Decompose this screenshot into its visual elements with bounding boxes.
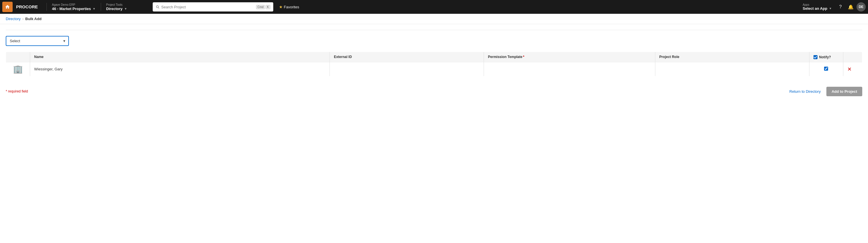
remove-row-button[interactable]: ✕ bbox=[847, 66, 851, 72]
bulk-add-table: Name External ID Permission Template* Pr… bbox=[6, 52, 862, 77]
person-name: Wiessinger, Gary bbox=[34, 67, 63, 71]
apps-label: Apps bbox=[803, 3, 832, 6]
favorites-label: Favorites bbox=[284, 5, 299, 9]
erp-label: Agave Demo ERP bbox=[52, 3, 96, 7]
table-body: 🏢 Wiessinger, Gary ✕ bbox=[6, 62, 862, 76]
help-button[interactable]: ? bbox=[836, 2, 845, 11]
tool-value: Directory ▼ bbox=[106, 7, 146, 11]
col-header-remove bbox=[843, 52, 862, 62]
return-to-directory-button[interactable]: Return to Directory bbox=[786, 87, 824, 96]
col-header-name: Name bbox=[30, 52, 330, 62]
tool-dropdown-arrow: ▼ bbox=[124, 7, 127, 10]
add-to-project-button[interactable]: Add to Project bbox=[826, 87, 862, 96]
col-header-external-id: External ID bbox=[330, 52, 484, 62]
tool-dropdown[interactable]: Project Tools Directory ▼ bbox=[103, 2, 149, 12]
row-notify-cell bbox=[809, 62, 843, 76]
notifications-button[interactable]: 🔔 bbox=[846, 2, 856, 11]
apps-value: Select an App ▼ bbox=[803, 6, 832, 11]
star-icon: ★ bbox=[279, 5, 283, 9]
apps-dropdown[interactable]: Apps Select an App ▼ bbox=[800, 2, 835, 12]
permission-required-star: * bbox=[523, 55, 524, 59]
search-shortcuts: Cmd K bbox=[256, 5, 270, 9]
main-content: Select ▼ Name External ID Permission Tem… bbox=[0, 24, 868, 82]
breadcrumb-directory-link[interactable]: Directory bbox=[6, 17, 21, 21]
company-select[interactable]: Select bbox=[6, 36, 69, 46]
table-row: 🏢 Wiessinger, Gary ✕ bbox=[6, 62, 862, 76]
avatar[interactable]: DE bbox=[857, 2, 866, 11]
building-icon: 🏢 bbox=[10, 65, 26, 73]
project-value: 46 - Market Properties ▼ bbox=[52, 7, 96, 11]
k-key: K bbox=[266, 5, 270, 9]
row-project-role-cell[interactable] bbox=[655, 62, 809, 76]
home-button[interactable] bbox=[2, 2, 12, 12]
required-label: * required field bbox=[6, 89, 28, 93]
erp-dropdown[interactable]: Agave Demo ERP 46 - Market Properties ▼ bbox=[49, 2, 98, 12]
cmd-key: Cmd bbox=[256, 5, 265, 9]
nav-separator-2 bbox=[101, 3, 101, 11]
row-remove-cell: ✕ bbox=[843, 62, 862, 76]
row-permission-template-cell[interactable] bbox=[484, 62, 655, 76]
notify-header-checkbox-wrapper: Notify? bbox=[813, 55, 831, 59]
project-dropdown-arrow: ▼ bbox=[93, 7, 96, 10]
tool-label: Project Tools bbox=[106, 3, 146, 7]
table-header-row: Name External ID Permission Template* Pr… bbox=[6, 52, 862, 62]
search-bar: Cmd K bbox=[153, 2, 273, 11]
row-external-id-cell bbox=[330, 62, 484, 76]
col-header-permission-template: Permission Template* bbox=[484, 52, 655, 62]
footer-actions: Return to Directory Add to Project bbox=[786, 87, 862, 96]
row-notify-checkbox[interactable] bbox=[824, 67, 828, 71]
col-header-notify: Notify? bbox=[809, 52, 843, 62]
col-header-project-role: Project Role bbox=[655, 52, 809, 62]
required-star: * bbox=[6, 89, 7, 93]
required-text: required field bbox=[8, 89, 28, 93]
navbar-right: Apps Select an App ▼ ? 🔔 DE bbox=[800, 2, 866, 12]
row-checkbox-cell: 🏢 bbox=[6, 62, 30, 76]
procore-logo: PROCORE bbox=[16, 4, 42, 10]
svg-text:PROCORE: PROCORE bbox=[16, 4, 38, 9]
notify-header-checkbox[interactable] bbox=[813, 55, 817, 59]
apps-dropdown-arrow: ▼ bbox=[829, 7, 832, 10]
breadcrumb: Directory › Bulk Add bbox=[0, 14, 868, 24]
footer-bar: * required field Return to Directory Add… bbox=[0, 82, 868, 101]
nav-separator-1 bbox=[46, 3, 47, 11]
favorites-button[interactable]: ★ Favorites bbox=[277, 3, 301, 10]
search-icon bbox=[156, 5, 160, 9]
navbar: PROCORE Agave Demo ERP 46 - Market Prope… bbox=[0, 0, 868, 14]
row-name-cell: Wiessinger, Gary bbox=[30, 62, 330, 76]
breadcrumb-separator: › bbox=[22, 17, 24, 21]
col-header-checkbox bbox=[6, 52, 30, 62]
table-header: Name External ID Permission Template* Pr… bbox=[6, 52, 862, 62]
breadcrumb-current: Bulk Add bbox=[25, 17, 42, 21]
company-select-wrapper: Select ▼ bbox=[6, 36, 69, 46]
search-input[interactable] bbox=[161, 5, 254, 9]
